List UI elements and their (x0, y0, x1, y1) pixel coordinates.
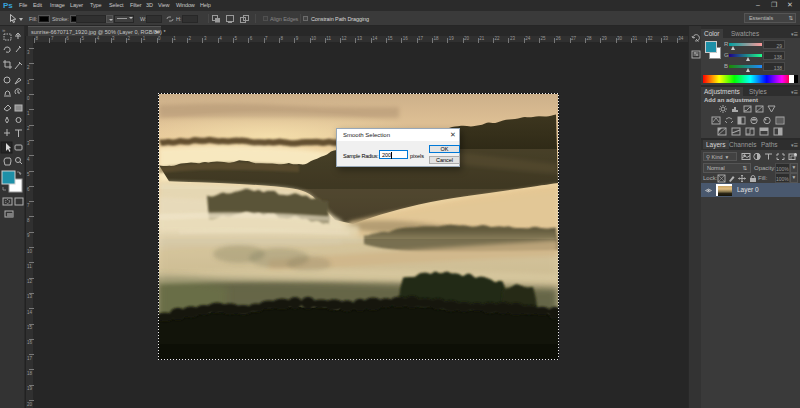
svg-text:»: » (2, 27, 6, 33)
